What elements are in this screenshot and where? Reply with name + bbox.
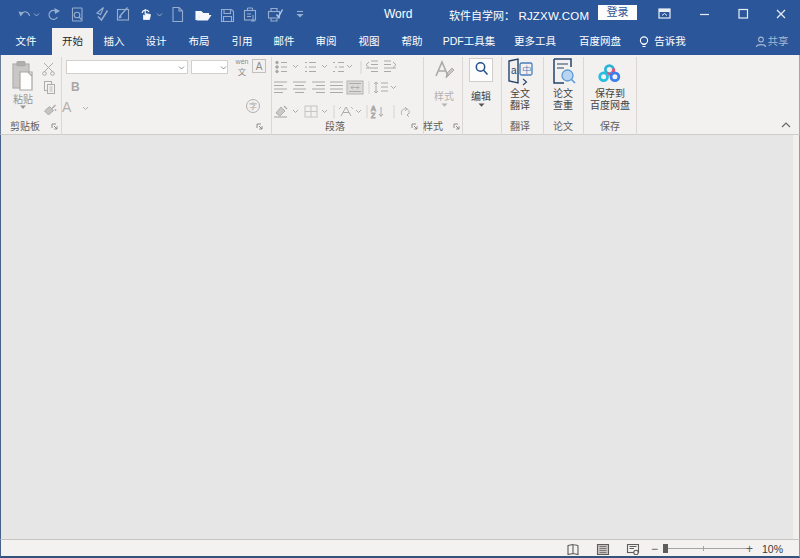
svg-text:中: 中 <box>523 63 532 76</box>
svg-text:A: A <box>371 105 376 112</box>
svg-text:a: a <box>511 65 517 76</box>
svg-text:Z: Z <box>371 112 376 119</box>
